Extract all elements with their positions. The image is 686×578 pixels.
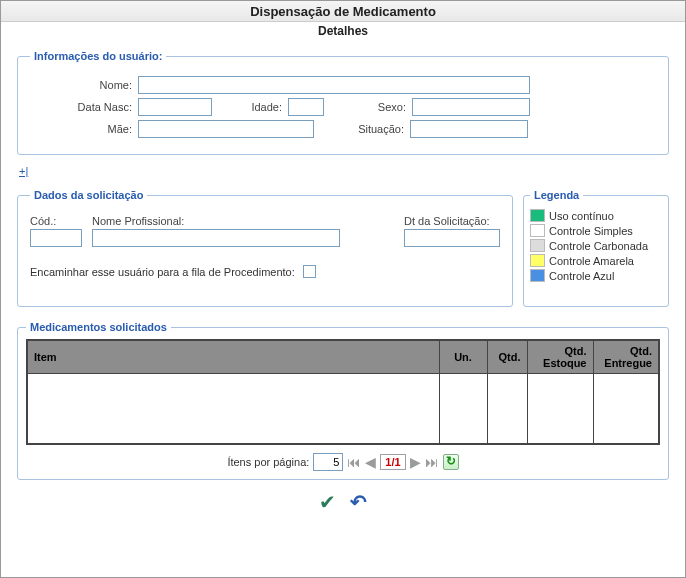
forward-label: Encaminhar esse usuário para a fila de P…: [30, 266, 295, 278]
col-un: Un.: [439, 340, 487, 374]
situacao-input[interactable]: [410, 120, 528, 138]
last-page-icon[interactable]: ⏭: [425, 454, 439, 470]
sexo-label: Sexo:: [324, 101, 412, 113]
idade-input[interactable]: [288, 98, 324, 116]
legend-title: Legenda: [530, 189, 583, 201]
confirm-icon[interactable]: ✔: [319, 490, 336, 514]
undo-icon[interactable]: ↶: [350, 490, 367, 514]
legend-item: Uso contínuo: [530, 209, 662, 222]
prof-input[interactable]: [92, 229, 340, 247]
legend-label: Uso contínuo: [549, 210, 614, 222]
user-info-legend: Informações do usuário:: [30, 50, 166, 62]
prof-label: Nome Profissional:: [92, 215, 394, 227]
legend-swatch: [530, 254, 545, 267]
expand-toggle[interactable]: +|: [19, 165, 28, 177]
sexo-input[interactable]: [412, 98, 530, 116]
legend-label: Controle Simples: [549, 225, 633, 237]
col-entregue: Qtd. Entregue: [593, 340, 659, 374]
table-row: [27, 374, 659, 444]
action-bar: ✔ ↶: [17, 490, 669, 514]
cod-label: Cód.:: [30, 215, 82, 227]
window-title: Dispensação de Medicamento: [1, 1, 685, 22]
legend-swatch: [530, 224, 545, 237]
legend-item: Controle Amarela: [530, 254, 662, 267]
legend-item: Controle Azul: [530, 269, 662, 282]
mae-input[interactable]: [138, 120, 314, 138]
legend-item: Controle Carbonada: [530, 239, 662, 252]
first-page-icon[interactable]: ⏮: [347, 454, 361, 470]
prev-page-icon[interactable]: ◀: [365, 454, 376, 470]
request-group: Dados da solicitação Cód.: Nome Profissi…: [17, 189, 513, 307]
window: Dispensação de Medicamento Detalhes Info…: [0, 0, 686, 578]
user-info-group: Informações do usuário: Nome: Data Nasc:…: [17, 50, 669, 155]
pager-label: Ítens por página:: [227, 456, 309, 468]
items-per-page-input[interactable]: [313, 453, 343, 471]
request-legend: Dados da solicitação: [30, 189, 147, 201]
legend-swatch: [530, 209, 545, 222]
page-indicator: 1/1: [380, 454, 405, 470]
legend-group: Legenda Uso contínuoControle SimplesCont…: [523, 189, 669, 307]
refresh-icon[interactable]: [443, 454, 459, 470]
window-subtitle: Detalhes: [1, 22, 685, 44]
legend-label: Controle Amarela: [549, 255, 634, 267]
col-item: Item: [27, 340, 439, 374]
legend-label: Controle Carbonada: [549, 240, 648, 252]
cod-input[interactable]: [30, 229, 82, 247]
data-nasc-label: Data Nasc:: [30, 101, 138, 113]
legend-swatch: [530, 269, 545, 282]
next-page-icon[interactable]: ▶: [410, 454, 421, 470]
col-qtd: Qtd.: [487, 340, 527, 374]
mae-label: Mãe:: [30, 123, 138, 135]
dt-label: Dt da Solicitação:: [404, 215, 500, 227]
data-nasc-input[interactable]: [138, 98, 212, 116]
pager: Ítens por página: ⏮ ◀ 1/1 ▶ ⏭: [26, 453, 660, 471]
meds-legend: Medicamentos solicitados: [26, 321, 171, 333]
meds-table: Item Un. Qtd. Qtd. Estoque Qtd. Entregue: [26, 339, 660, 445]
nome-input[interactable]: [138, 76, 530, 94]
idade-label: Idade:: [212, 101, 288, 113]
col-estoque: Qtd. Estoque: [527, 340, 593, 374]
dt-input[interactable]: [404, 229, 500, 247]
legend-label: Controle Azul: [549, 270, 614, 282]
meds-group: Medicamentos solicitados Item Un. Qtd.: [17, 321, 669, 480]
nome-label: Nome:: [30, 79, 138, 91]
situacao-label: Situação:: [314, 123, 410, 135]
legend-item: Controle Simples: [530, 224, 662, 237]
legend-swatch: [530, 239, 545, 252]
forward-checkbox[interactable]: [303, 265, 316, 278]
